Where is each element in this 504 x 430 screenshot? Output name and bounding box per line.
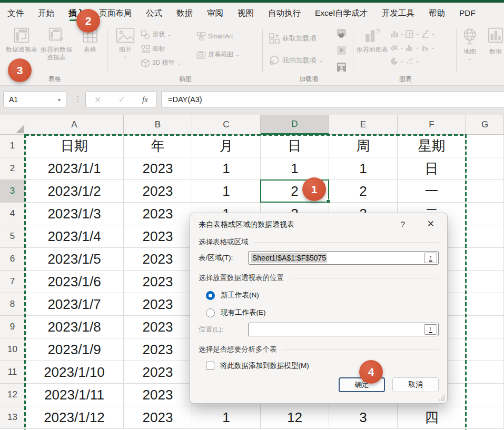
cell[interactable]: 一 [398, 180, 466, 203]
row-header-11[interactable]: 11 [0, 361, 25, 384]
cell[interactable]: 年 [124, 135, 192, 157]
cancel-button[interactable]: 取消 [392, 377, 439, 392]
range-picker-button[interactable]: ↑ [424, 253, 437, 263]
cell[interactable]: 2023/1/8 [25, 316, 124, 338]
cell[interactable] [466, 157, 504, 180]
checkbox-unchecked-icon[interactable] [206, 362, 214, 370]
cell[interactable]: 2023/1/9 [25, 338, 124, 361]
cell[interactable]: 四 [398, 406, 466, 429]
cell[interactable]: 2023 [124, 203, 192, 225]
histogram-chart-icon[interactable] [405, 43, 414, 52]
cell[interactable]: 日 [261, 135, 329, 157]
row-header-10[interactable]: 10 [0, 338, 25, 361]
cell[interactable] [466, 293, 504, 316]
cell[interactable]: 2023/1/3 [25, 203, 124, 225]
row-header-4[interactable]: 4 [0, 203, 25, 225]
cell[interactable]: 1 [329, 157, 398, 180]
column-header-F[interactable]: F [398, 115, 466, 135]
screenshot-button[interactable]: 屏幕截图 ⌄ [196, 47, 240, 62]
cell[interactable]: 2023/1/7 [25, 293, 124, 316]
pivot-table-button[interactable]: 数据透视表 [5, 27, 38, 54]
cell[interactable]: 2023 [124, 180, 192, 203]
line-chart-icon[interactable] [390, 43, 399, 52]
cell[interactable]: 2023 [124, 225, 192, 248]
radio-unselected-icon[interactable] [206, 308, 215, 317]
row-header-8[interactable]: 8 [0, 293, 25, 316]
cell[interactable]: 2023 [124, 157, 192, 180]
tab-数据[interactable]: 数据 [176, 3, 193, 24]
cell[interactable]: 星期 [398, 135, 466, 157]
tab-开发工具[interactable]: 开发工具 [382, 3, 414, 24]
existing-worksheet-option[interactable]: 现有工作表(E) [206, 308, 266, 317]
cell[interactable]: 2023 [124, 293, 192, 316]
cell[interactable]: 2023 [124, 361, 192, 384]
cell[interactable]: 1 [192, 157, 261, 180]
range-input[interactable]: Sheet1!$A$1:$F$5075 ↑ [248, 251, 439, 265]
row-header-5[interactable]: 5 [0, 225, 25, 248]
tab-文件[interactable]: 文件 [7, 3, 24, 24]
cell[interactable] [466, 384, 504, 406]
cell[interactable]: 周 [329, 135, 398, 157]
my-addins-button[interactable]: 我的加载项 ⌄ [269, 53, 323, 67]
smartart-button[interactable]: SmartArt [196, 29, 240, 43]
cell[interactable]: 3 [329, 406, 398, 429]
cell[interactable]: 2023/1/12 [25, 406, 124, 429]
cell[interactable]: 2023 [124, 384, 192, 406]
cell[interactable] [466, 316, 504, 338]
tab-公式[interactable]: 公式 [146, 3, 162, 24]
pie-chart-icon[interactable] [390, 57, 399, 66]
pictures-button[interactable]: 图片 ⌄ [112, 27, 139, 59]
cell[interactable] [466, 361, 504, 384]
icons-button[interactable]: 图标 [141, 42, 181, 56]
formula-input[interactable]: =DAY(A3) [161, 92, 504, 107]
help-icon[interactable]: ? [401, 219, 405, 228]
column-header-G[interactable]: G [466, 115, 504, 135]
3d-models-button[interactable]: 3D 模型 ⌄ [141, 56, 181, 70]
scatter-chart-icon[interactable] [405, 57, 414, 66]
cell[interactable]: 2023 [124, 406, 192, 429]
cell[interactable]: 2023/1/2 [25, 180, 124, 203]
cell[interactable] [466, 338, 504, 361]
cell[interactable]: 2023 [124, 338, 192, 361]
data-model-option[interactable]: 将此数据添加到数据模型(M) [206, 361, 309, 371]
cell[interactable]: 1 [192, 180, 261, 203]
row-header-2[interactable]: 2 [0, 157, 25, 180]
combo-chart-icon[interactable] [421, 43, 430, 52]
cell[interactable] [466, 135, 504, 157]
cell[interactable] [466, 203, 504, 225]
radio-selected-icon[interactable] [206, 291, 215, 300]
people-graph-icon[interactable] [336, 62, 347, 73]
close-icon[interactable]: ✕ [427, 218, 434, 229]
resize-grip[interactable] [439, 395, 444, 401]
new-worksheet-option[interactable]: 新工作表(N) [206, 291, 259, 300]
shapes-button[interactable]: 形状 ⌄ [141, 27, 181, 42]
get-addins-button[interactable]: 获取加载项 [269, 31, 317, 45]
tab-自动执行[interactable]: 自动执行 [268, 3, 301, 24]
row-header-9[interactable]: 9 [0, 316, 25, 338]
enter-icon[interactable]: ✓ [118, 95, 125, 105]
cell[interactable] [466, 180, 504, 203]
cell[interactable]: 1 [192, 406, 261, 429]
insert-function-icon[interactable]: fx [142, 95, 148, 104]
maps-button[interactable]: 地图 ⌄ [458, 27, 481, 61]
cell[interactable]: 2023/1/1 [25, 157, 124, 180]
visio-data-icon[interactable]: V [336, 28, 347, 39]
cell[interactable]: 日 [398, 157, 466, 180]
cancel-icon[interactable]: ✕ [94, 95, 101, 105]
tab-帮助[interactable]: 帮助 [429, 3, 445, 24]
column-header-C[interactable]: C [192, 115, 261, 135]
cell[interactable]: 2023 [124, 248, 192, 271]
column-chart-icon[interactable] [390, 29, 399, 38]
cell[interactable]: 2023 [124, 271, 192, 293]
row-header-13[interactable]: 13 [0, 406, 25, 429]
column-header-E[interactable]: E [329, 115, 398, 135]
cell[interactable]: 2023/1/11 [25, 384, 124, 406]
cell[interactable]: 12 [261, 406, 329, 429]
cell[interactable]: 月 [192, 135, 261, 157]
location-picker-button[interactable]: ↑ [424, 324, 437, 335]
pivotchart-button[interactable]: 数据 [483, 27, 504, 56]
column-header-A[interactable]: A [25, 115, 124, 135]
cell[interactable]: 1 [261, 157, 329, 180]
column-header-B[interactable]: B [124, 115, 192, 135]
cell[interactable]: 2023 [124, 316, 192, 338]
